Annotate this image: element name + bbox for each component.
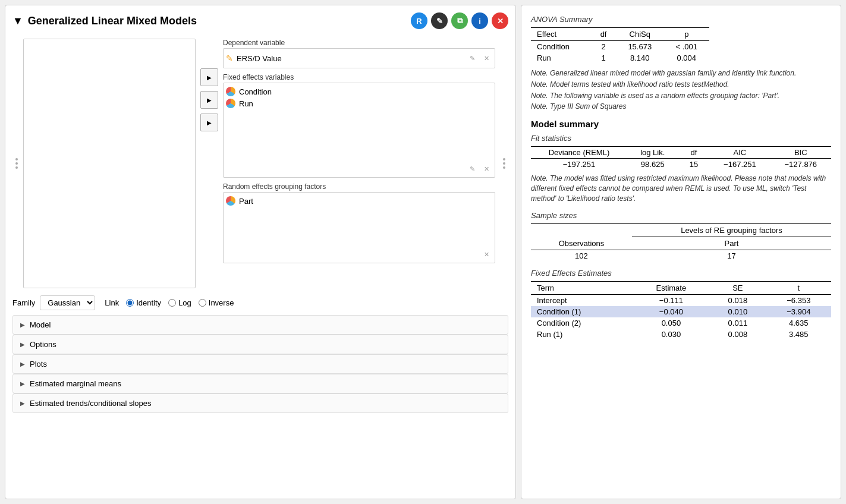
expand-sections: ▶Model▶Options▶Plots▶Estimated marginal …	[12, 315, 508, 413]
link-inverse-label: Inverse	[209, 298, 234, 307]
random-item-part[interactable]: Part	[226, 195, 492, 207]
expand-label-0: Model	[30, 320, 51, 329]
expand-section-0[interactable]: ▶Model	[12, 315, 508, 335]
sample-part-value: 17	[632, 250, 831, 262]
fixed-item-condition[interactable]: Condition	[226, 86, 492, 97]
fit-col-deviance: Deviance (REML)	[531, 147, 627, 159]
info-button[interactable]: i	[471, 12, 488, 29]
part-icon	[226, 196, 235, 206]
pencil-icon: ✎	[226, 53, 233, 63]
collapse-arrow[interactable]: ▼	[12, 15, 23, 27]
expand-section-1[interactable]: ▶Options	[12, 335, 508, 354]
close-button[interactable]: ✕	[492, 12, 508, 29]
family-link-row: Family Gaussian Link Identity Log Invers…	[12, 295, 508, 310]
fe-condition2-term: Condition (2)	[531, 317, 633, 329]
fe-condition1-estimate: −0.040	[633, 306, 709, 317]
fixed-item-run[interactable]: Run	[226, 97, 492, 109]
fit-stats-label: Fit statistics	[531, 134, 831, 143]
link-identity-radio[interactable]	[126, 299, 134, 307]
left-grip[interactable]	[12, 39, 21, 288]
fe-intercept-se: 0.018	[709, 294, 766, 306]
expand-section-4[interactable]: ▶Estimated trends/conditional slopes	[12, 393, 508, 413]
expand-arrow-0: ▶	[20, 322, 25, 328]
toolbar-icons: R ✎ ⧉ i ✕	[411, 12, 508, 29]
family-row: Family Gaussian	[12, 295, 95, 310]
fit-loglik: 98.625	[627, 159, 678, 171]
sample-obs-header: Observations	[531, 223, 632, 250]
anova-row-condition: Condition 2 15.673 < .001	[531, 41, 709, 53]
edit-button[interactable]: ✎	[431, 12, 448, 29]
anova-col-effect: Effect	[531, 28, 591, 41]
family-select[interactable]: Gaussian	[40, 295, 95, 310]
dependent-value: ERS/D Value	[237, 54, 282, 63]
expand-label-2: Plots	[30, 360, 47, 368]
fixed-label: Fixed effects variables	[223, 73, 495, 81]
random-item-part-label: Part	[239, 197, 253, 206]
fixed-clear-btn[interactable]: ✕	[480, 163, 492, 175]
anova-title: ANOVA Summary	[531, 15, 831, 24]
sample-sizes-label: Sample sizes	[531, 211, 831, 220]
model-summary-section: Model summary Fit statistics Deviance (R…	[531, 119, 831, 261]
anova-condition-df: 2	[591, 41, 616, 53]
variable-list-box[interactable]	[23, 39, 196, 288]
r-button[interactable]: R	[411, 12, 427, 29]
link-log-radio[interactable]	[168, 299, 176, 307]
family-label: Family	[12, 298, 35, 307]
arrow-btn-dep[interactable]: ▶	[200, 68, 218, 86]
expand-label-3: Estimated marginal means	[30, 379, 121, 388]
fe-row-condition2: Condition (2) 0.050 0.011 4.635	[531, 317, 831, 329]
link-inverse-radio[interactable]	[199, 299, 206, 307]
link-log-label: Log	[178, 298, 191, 307]
sample-part-header: Part	[632, 237, 831, 250]
app-title: Generalized Linear Mixed Models	[28, 15, 197, 27]
fixed-effects-table: Term Estimate SE t Intercept −0.111 0.01…	[531, 281, 831, 340]
sample-re-header: Levels of RE grouping factors	[632, 223, 831, 237]
dep-edit-btn[interactable]: ✎	[466, 52, 478, 64]
arrow-col: ▶ ▶ ▶	[200, 39, 218, 288]
left-panel: ▼ Generalized Linear Mixed Models R ✎ ⧉ …	[5, 5, 516, 499]
anova-run-p: 0.004	[664, 52, 709, 64]
anova-condition-chisq: 15.673	[616, 41, 664, 53]
arrow-btn-random[interactable]: ▶	[200, 114, 218, 131]
anova-condition-effect: Condition	[531, 41, 591, 53]
link-identity-label: Identity	[136, 298, 161, 307]
random-list[interactable]: Part ✕	[223, 192, 495, 263]
anova-col-p: p	[664, 28, 709, 41]
right-vars: Dependent variable ✎ ERS/D Value ✎ ✕ Fix…	[223, 39, 495, 288]
expand-section-3[interactable]: ▶Estimated marginal means	[12, 374, 508, 393]
arrow-btn-fixed[interactable]: ▶	[200, 91, 218, 109]
anova-notes: Note. Generalized linear mixed model wit…	[531, 68, 831, 112]
expand-section-2[interactable]: ▶Plots	[12, 354, 508, 374]
fe-row-intercept: Intercept −0.111 0.018 −6.353	[531, 294, 831, 306]
sample-row: 102 17	[531, 250, 831, 262]
random-clear-btn[interactable]: ✕	[480, 248, 492, 260]
anova-note-4: Note. Type III Sum of Squares	[531, 102, 831, 112]
fixed-effects-title: Fixed Effects Estimates	[531, 269, 831, 278]
fit-col-df: df	[678, 147, 710, 159]
expand-arrow-4: ▶	[20, 400, 25, 407]
fe-col-t: t	[766, 281, 831, 294]
dep-clear-btn[interactable]: ✕	[480, 52, 492, 64]
fe-intercept-estimate: −0.111	[633, 294, 709, 306]
right-grip[interactable]	[500, 39, 508, 288]
fit-df: 15	[678, 159, 710, 171]
copy-button[interactable]: ⧉	[451, 12, 468, 29]
fe-run1-se: 0.008	[709, 329, 766, 340]
expand-arrow-3: ▶	[20, 380, 25, 387]
fe-col-se: SE	[709, 281, 766, 294]
fe-run1-term: Run (1)	[531, 329, 633, 340]
anova-row-run: Run 1 8.140 0.004	[531, 52, 709, 64]
sample-sizes-section: Sample sizes Observations Levels of RE g…	[531, 211, 831, 262]
fixed-edit-btn[interactable]: ✎	[466, 163, 478, 175]
fixed-list[interactable]: Condition Run ✎ ✕	[223, 83, 495, 178]
link-identity[interactable]: Identity	[126, 298, 161, 307]
link-inverse[interactable]: Inverse	[199, 298, 234, 307]
condition-icon	[226, 87, 235, 96]
fe-condition2-estimate: 0.050	[633, 317, 709, 329]
dependent-label: Dependent variable	[223, 39, 495, 47]
random-effects-section: Random effects grouping factors Part ✕	[223, 182, 495, 263]
anova-run-df: 1	[591, 52, 616, 64]
link-log[interactable]: Log	[168, 298, 191, 307]
fixed-effects-section: Fixed effects variables Condition Run ✎ …	[223, 73, 495, 178]
fe-condition1-t: −3.904	[766, 306, 831, 317]
